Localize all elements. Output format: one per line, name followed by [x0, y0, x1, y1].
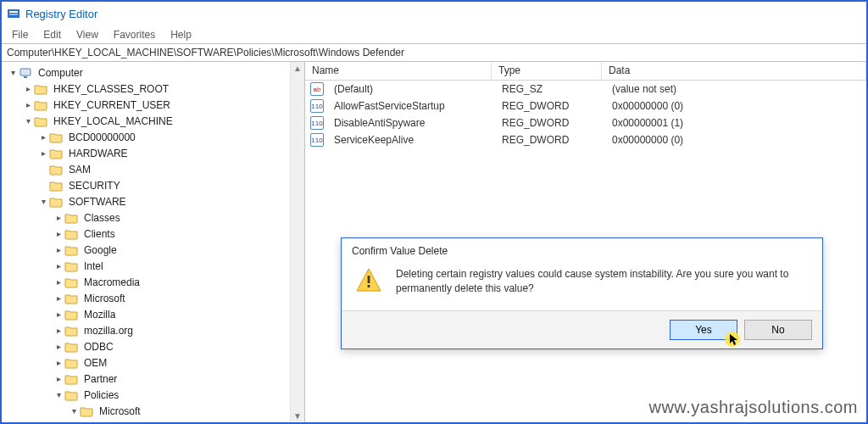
- menu-view[interactable]: View: [70, 27, 105, 42]
- tree-node[interactable]: ▸Clients: [3, 226, 288, 242]
- chevron-down-icon[interactable]: ▾: [7, 67, 19, 79]
- value-type: REG_SZ: [495, 81, 605, 98]
- tree-node[interactable]: ▸Partner: [3, 371, 288, 387]
- tree-node[interactable]: ▾HKEY_LOCAL_MACHINE: [3, 113, 288, 129]
- chevron-right-icon[interactable]: ▸: [53, 293, 64, 304]
- tree-node-label: Google: [81, 243, 120, 257]
- tree-node-label: SAM: [66, 163, 93, 176]
- folder-icon: [49, 131, 63, 144]
- reg-sz-icon: ab: [310, 82, 324, 96]
- folder-icon: [34, 82, 47, 96]
- chevron-right-icon[interactable]: ▸: [53, 341, 64, 353]
- folder-icon: [34, 114, 47, 128]
- chevron-right-icon[interactable]: ▸: [22, 83, 34, 95]
- tree-node-label: HKEY_LOCAL_MACHINE: [51, 114, 175, 128]
- tree-node-label: Policies: [81, 388, 121, 402]
- tree-node[interactable]: ▸Microsoft: [3, 290, 288, 306]
- column-name[interactable]: Name: [305, 62, 492, 80]
- chevron-down-icon[interactable]: ▾: [37, 196, 49, 208]
- menu-edit[interactable]: Edit: [36, 27, 68, 42]
- tree-pane: ▾Computer▸HKEY_CLASSES_ROOT▸HKEY_CURRENT…: [2, 62, 305, 422]
- value-name: DisableAntiSpyware: [327, 114, 495, 131]
- tree-node[interactable]: ▸Intel: [3, 258, 288, 274]
- tree-node-label: SOFTWARE: [66, 195, 129, 209]
- chevron-right-icon[interactable]: ▸: [53, 276, 64, 288]
- chevron-right-icon[interactable]: ▸: [22, 99, 34, 111]
- svg-rect-6: [368, 276, 370, 283]
- tree-node[interactable]: ▸Classes: [3, 209, 288, 226]
- tree-node[interactable]: ▾SOFTWARE: [3, 193, 288, 209]
- cursor-highlight-icon: [724, 331, 741, 348]
- dialog-message: Deleting certain registry values could c…: [396, 267, 809, 297]
- value-data: 0x00000001 (1): [605, 114, 866, 131]
- chevron-right-icon[interactable]: ▸: [53, 357, 64, 369]
- scroll-up-icon[interactable]: ▲: [293, 64, 302, 73]
- tree-node[interactable]: ▸Macromedia: [3, 274, 288, 290]
- svg-rect-7: [368, 285, 370, 287]
- chevron-right-icon[interactable]: ▸: [53, 325, 64, 337]
- chevron-right-icon[interactable]: ▸: [53, 228, 64, 240]
- tree-node[interactable]: ▸Google: [3, 242, 288, 258]
- tree-node-label: Mozilla: [81, 308, 118, 321]
- value-name: (Default): [327, 81, 495, 98]
- column-type[interactable]: Type: [492, 62, 602, 80]
- tree-node[interactable]: ▸OEM: [3, 354, 288, 371]
- tree-node[interactable]: ▸BCD00000000: [3, 129, 288, 145]
- chevron-right-icon[interactable]: ▸: [83, 421, 95, 423]
- svg-rect-4: [24, 76, 27, 78]
- no-button[interactable]: No: [744, 320, 812, 340]
- tree-node-label: HKEY_CLASSES_ROOT: [51, 82, 171, 96]
- chevron-down-icon[interactable]: ▾: [53, 389, 64, 401]
- tree-node[interactable]: ▸HKEY_CLASSES_ROOT: [3, 81, 288, 97]
- menu-file[interactable]: File: [5, 27, 35, 42]
- value-row[interactable]: 110AllowFastServiceStartupREG_DWORD0x000…: [305, 98, 866, 114]
- tree-node[interactable]: ▸ODBC: [3, 338, 288, 354]
- titlebar: Registry Editor: [2, 2, 866, 25]
- address-bar[interactable]: Computer\HKEY_LOCAL_MACHINE\SOFTWARE\Pol…: [2, 43, 866, 62]
- value-type: REG_DWORD: [495, 131, 605, 148]
- chevron-right-icon[interactable]: ▸: [53, 244, 64, 256]
- menu-favorites[interactable]: Favorites: [107, 27, 162, 42]
- folder-icon: [49, 179, 63, 192]
- chevron-right-icon[interactable]: ▸: [53, 260, 64, 272]
- svg-rect-2: [9, 14, 18, 15]
- value-row[interactable]: ab(Default)REG_SZ(value not set): [305, 81, 866, 98]
- chevron-right-icon[interactable]: ▸: [53, 373, 64, 385]
- reg-dword-icon: 110: [310, 99, 324, 113]
- tree-scrollbar[interactable]: ▲▼: [290, 62, 304, 422]
- value-data: 0x00000000 (0): [605, 131, 866, 148]
- chevron-right-icon[interactable]: ▸: [53, 309, 64, 321]
- chevron-right-icon[interactable]: ▸: [37, 148, 49, 159]
- value-name: AllowFastServiceStartup: [327, 98, 495, 114]
- dialog-title: Confirm Value Delete: [342, 238, 822, 260]
- tree-node[interactable]: ▾Computer: [3, 64, 288, 81]
- scroll-down-icon[interactable]: ▼: [293, 411, 302, 421]
- menu-help[interactable]: Help: [164, 27, 198, 42]
- tree-node[interactable]: ▸HKEY_CURRENT_USER: [3, 97, 288, 113]
- chevron-right-icon[interactable]: ▸: [53, 212, 64, 224]
- dialog-buttons: Yes No: [342, 310, 822, 349]
- tree-node[interactable]: ▾Microsoft: [3, 403, 288, 419]
- chevron-right-icon[interactable]: ▸: [37, 131, 49, 143]
- folder-icon: [80, 404, 93, 418]
- folder-icon: [95, 421, 108, 423]
- tree-node[interactable]: SAM: [3, 161, 288, 177]
- folder-icon: [64, 372, 78, 386]
- watermark: www.yashrajsolutions.com: [648, 398, 858, 417]
- folder-icon: [64, 259, 78, 273]
- tree-node[interactable]: ▸HARDWARE: [3, 145, 288, 161]
- app-title: Registry Editor: [25, 8, 97, 20]
- chevron-down-icon[interactable]: ▾: [22, 115, 34, 127]
- computer-icon: [19, 66, 32, 80]
- tree[interactable]: ▾Computer▸HKEY_CLASSES_ROOT▸HKEY_CURRENT…: [2, 62, 290, 422]
- tree-node[interactable]: ▸Mozilla: [3, 306, 288, 322]
- tree-node[interactable]: ▸mozilla.org: [3, 322, 288, 338]
- value-row[interactable]: 110ServiceKeepAliveREG_DWORD0x00000000 (…: [305, 131, 866, 148]
- tree-node[interactable]: SECURITY: [3, 177, 288, 193]
- column-data[interactable]: Data: [602, 62, 866, 80]
- value-row[interactable]: 110DisableAntiSpywareREG_DWORD0x00000001…: [305, 114, 866, 131]
- dialog-body: Deleting certain registry values could c…: [342, 260, 822, 310]
- tree-node[interactable]: ▸Cryptography: [3, 419, 288, 422]
- chevron-down-icon[interactable]: ▾: [68, 405, 80, 417]
- tree-node[interactable]: ▾Policies: [3, 387, 288, 403]
